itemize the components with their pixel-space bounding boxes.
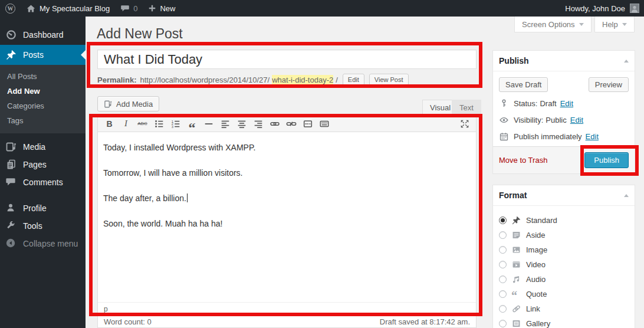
strikethrough-button[interactable]: ABC [134,117,150,131]
radio-image[interactable] [499,246,507,254]
dashboard-icon [5,29,17,41]
format-options-list: Standard Aside Image Video [493,206,635,328]
format-option-standard[interactable]: Standard [499,213,629,228]
blockquote-button[interactable]: “ [184,117,200,131]
avatar[interactable] [630,4,639,13]
page-title: Add New Post [97,26,183,42]
insert-more-tag-button[interactable] [300,117,316,131]
format-panel-header[interactable]: Format [493,185,635,206]
publish-panel-header[interactable]: Publish [493,51,635,71]
format-option-gallery[interactable]: Gallery [499,316,629,328]
format-option-audio[interactable]: Audio [499,272,629,287]
tools-icon [5,220,17,232]
sidebar-label-collapse: Collapse menu [23,239,78,248]
collapse-panel-icon[interactable] [624,192,629,197]
align-right-button[interactable] [250,117,266,131]
submenu-tags[interactable]: Tags [0,113,86,128]
insert-link-button[interactable] [267,117,282,131]
radio-aside[interactable] [499,231,507,239]
format-video-icon [511,260,521,270]
horizontal-rule-button[interactable] [201,117,216,131]
wp-logo-menu[interactable]: W [0,0,21,17]
site-name: My Spectacular Blog [40,4,110,13]
comments-shortcut[interactable]: 0 [115,0,143,17]
format-aside-icon [511,230,521,240]
edit-status-link[interactable]: Edit [560,99,573,108]
sidebar-item-profile[interactable]: Profile [0,199,86,217]
schedule-row: Publish immediately Edit [499,132,629,142]
sidebar-item-comments[interactable]: Comments [0,173,86,191]
pushpin-icon [5,49,17,61]
edit-permalink-button[interactable]: Edit [343,74,364,86]
remove-link-button[interactable] [283,117,299,131]
publish-button[interactable]: Publish [584,152,629,168]
format-label: Standard [526,216,557,225]
sidebar-item-dashboard[interactable]: Dashboard [0,25,86,45]
sidebar-item-posts[interactable]: Posts [0,45,86,65]
save-draft-button[interactable]: Save Draft [499,77,548,92]
submenu-add-new[interactable]: Add New [0,84,86,99]
post-editor: B I ABC 123 “ [97,115,477,328]
radio-audio[interactable] [499,275,507,283]
format-standard-icon [511,215,521,225]
chevron-down-icon [622,23,627,28]
bold-button[interactable]: B [101,117,117,131]
fullscreen-button[interactable] [456,117,472,131]
align-center-button[interactable] [234,117,249,131]
help-tab[interactable]: Help [594,17,635,32]
tab-text[interactable]: Text [452,100,481,115]
preview-button[interactable]: Preview [589,77,629,92]
sidebar-item-pages[interactable]: Pages [0,156,86,173]
status-row: Status: Draft Edit [499,99,629,109]
italic-button[interactable]: I [118,117,134,131]
permalink-trailing-slash: / [336,76,338,84]
comment-bubble-icon [120,4,130,13]
bulleted-list-button[interactable] [151,117,167,131]
post-title-input[interactable] [97,50,477,69]
sidebar-item-collapse-menu[interactable]: Collapse menu [0,235,86,252]
status-label: Status: [514,99,537,108]
sidebar-item-media[interactable]: Media [0,138,86,156]
format-label: Audio [526,275,546,284]
admin-bar: W My Spectacular Blog 0 New Howdy, John … [0,0,644,17]
numbered-list-button[interactable]: 123 [167,117,183,131]
format-option-quote[interactable]: “ Quote [499,287,629,301]
radio-link[interactable] [499,305,507,313]
site-link[interactable]: My Spectacular Blog [21,0,115,17]
edit-schedule-link[interactable]: Edit [586,132,599,141]
post-paragraph: Today, I installed Wordpress with XAMPP. [103,142,471,153]
toolbar-toggle-button[interactable] [316,117,332,131]
post-status-info-bar: Word count: 0 Draft saved at 8:17:42 am. [98,315,476,327]
sidebar-label-media: Media [23,142,45,152]
permalink-row: Permalink: http://localhost/wordpress/20… [97,73,409,87]
element-path-p[interactable]: p [104,305,108,313]
radio-quote[interactable] [499,290,507,298]
format-option-link[interactable]: Link [499,301,629,316]
format-option-video[interactable]: Video [499,257,629,272]
collapse-panel-icon[interactable] [624,57,629,63]
sidebar-item-tools[interactable]: Tools [0,217,86,235]
new-content-menu[interactable]: New [143,0,180,17]
editor-element-path: p [98,302,476,315]
howdy-text[interactable]: Howdy, John Doe [565,4,625,13]
format-audio-icon [511,274,521,284]
collapse-arrow-icon [5,238,17,250]
format-option-image[interactable]: Image [499,242,629,257]
edit-visibility-link[interactable]: Edit [570,116,583,124]
format-option-aside[interactable]: Aside [499,228,629,242]
radio-standard[interactable] [499,217,507,224]
submenu-categories[interactable]: Categories [0,99,86,113]
wordpress-logo-icon: W [5,4,15,14]
align-left-button[interactable] [217,117,233,131]
permalink-label: Permalink: [97,76,136,84]
add-media-button[interactable]: Add Media [97,96,159,111]
radio-video[interactable] [499,261,507,268]
move-to-trash-link[interactable]: Move to Trash [499,156,547,165]
submenu-all-posts[interactable]: All Posts [0,69,86,84]
sidebar-label-pages: Pages [23,160,47,169]
view-post-button[interactable]: View Post [369,74,409,86]
screen-options-tab[interactable]: Screen Options [514,17,592,32]
posts-submenu: All Posts Add New Categories Tags [0,65,86,133]
radio-gallery[interactable] [499,320,507,327]
editor-content-area[interactable]: Today, I installed Wordpress with XAMPP.… [98,132,476,302]
